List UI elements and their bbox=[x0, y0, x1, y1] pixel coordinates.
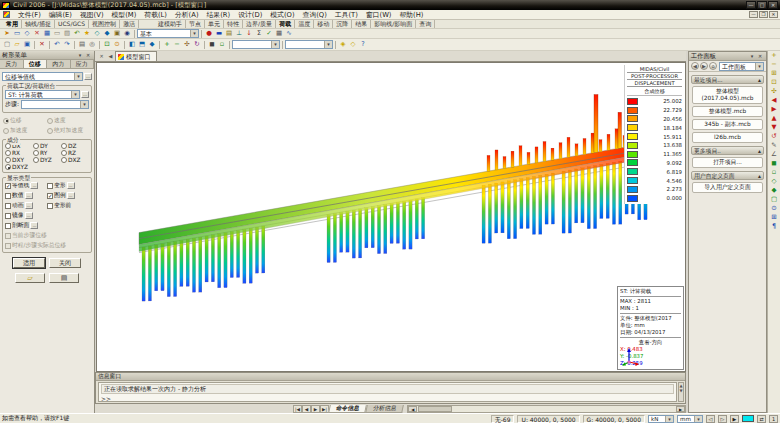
ribbon-tab-移动[interactable]: 移动 bbox=[314, 20, 333, 28]
pin-icon[interactable]: ▾ bbox=[76, 51, 84, 59]
node-snap-icon[interactable]: ● bbox=[204, 29, 214, 38]
project-item[interactable]: 导入用户定义页面 bbox=[692, 182, 763, 193]
view-right-icon[interactable]: ▶ bbox=[769, 105, 779, 114]
material-combo[interactable]: 基本 bbox=[137, 29, 199, 38]
ribbon-tab-结果[interactable]: 结果 bbox=[352, 20, 371, 28]
print-icon[interactable]: ▤ bbox=[77, 40, 87, 49]
zoom-in-icon[interactable]: + bbox=[769, 51, 779, 60]
ribbon-tab-特性[interactable]: 特性 bbox=[224, 20, 243, 28]
mesh-icon[interactable]: ▦ bbox=[274, 29, 284, 38]
hidden-view-icon[interactable]: ◼ bbox=[769, 159, 779, 168]
pan-icon[interactable]: ✣ bbox=[769, 87, 779, 96]
step-combo[interactable] bbox=[21, 100, 89, 109]
rotate-icon[interactable]: ↻ bbox=[192, 40, 202, 49]
menu-item-7[interactable]: 设计(D) bbox=[234, 10, 266, 20]
section-header[interactable]: 更多项目..▴ bbox=[691, 146, 764, 155]
menu-item-11[interactable]: 窗口(W) bbox=[362, 10, 396, 20]
label-icon[interactable]: ¶ bbox=[769, 222, 779, 231]
menu-item-12[interactable]: 帮助(H) bbox=[396, 10, 428, 20]
display-more-button[interactable]: … bbox=[30, 182, 38, 189]
render-view-icon[interactable]: ◆ bbox=[769, 186, 779, 195]
open-folder-icon[interactable]: ▱ bbox=[15, 273, 45, 283]
boundary-icon[interactable]: ⊥ bbox=[234, 29, 244, 38]
menu-item-6[interactable]: 结果(R) bbox=[203, 10, 235, 20]
select-all-icon[interactable]: ▦ bbox=[42, 29, 52, 38]
zoom-step-icon[interactable]: 1 bbox=[769, 415, 778, 423]
lock-icon[interactable]: ◈ bbox=[338, 40, 348, 49]
hscroll-thumb[interactable] bbox=[418, 406, 452, 412]
component-radio-DYZ[interactable]: DYZ bbox=[33, 157, 61, 163]
ribbon-tab-影响线/影响面[interactable]: 影响线/影响面 bbox=[371, 20, 416, 28]
display-option-动画[interactable]: 动画… bbox=[5, 201, 47, 210]
select-polygon-icon[interactable]: ◇ bbox=[22, 29, 32, 38]
section-header[interactable]: 最近项目...▴ bbox=[691, 75, 764, 84]
component-radio-DXZ[interactable]: DXZ bbox=[61, 157, 89, 163]
view-left-icon[interactable]: ◀ bbox=[769, 96, 779, 105]
view-top-icon[interactable]: ⬒ bbox=[137, 40, 147, 49]
zoom-out-icon[interactable]: − bbox=[769, 60, 779, 69]
help-icon[interactable]: ? bbox=[358, 40, 368, 49]
select-identity-icon[interactable]: ⊙ bbox=[112, 40, 122, 49]
new-file-icon[interactable]: ▢ bbox=[2, 40, 12, 49]
menu-item-10[interactable]: 工具(T) bbox=[331, 10, 362, 20]
perspective-icon[interactable]: ◇ bbox=[769, 177, 779, 186]
message-tab-命令信息[interactable]: 命令信息 bbox=[328, 405, 367, 413]
collapse-icon[interactable]: ▴ bbox=[758, 76, 761, 83]
component-radio-DZ[interactable]: DZ bbox=[61, 143, 89, 149]
radio-加速度[interactable]: 加速度 bbox=[3, 126, 47, 135]
unit-play-icon[interactable]: ▶ bbox=[730, 415, 739, 423]
zoom-fit-icon[interactable]: ⊡ bbox=[102, 40, 112, 49]
ribbon-tab-温度[interactable]: 温度 bbox=[295, 20, 314, 28]
result-tab-反力[interactable]: 反力 bbox=[0, 60, 24, 68]
load-arrow-icon[interactable]: ↓ bbox=[244, 29, 254, 38]
contour-more-button[interactable]: … bbox=[84, 73, 92, 80]
unselect-all-icon[interactable]: ▨ bbox=[62, 29, 72, 38]
project-item[interactable]: 345b - 副本.mcb bbox=[692, 119, 763, 130]
component-radio-RZ[interactable]: RZ bbox=[61, 150, 89, 156]
ribbon-tab-单元[interactable]: 单元 bbox=[205, 20, 224, 28]
component-radio-DY[interactable]: DY bbox=[33, 143, 61, 149]
maximize-button[interactable]: □ bbox=[757, 1, 767, 9]
tab-prev-icon[interactable]: ◀ bbox=[302, 405, 311, 413]
hidden-view-icon[interactable]: ◼ bbox=[207, 40, 217, 49]
close-button[interactable]: 关闭 bbox=[49, 258, 81, 268]
result-contour-combo[interactable]: 位移等值线 bbox=[2, 72, 83, 81]
display-option-数值[interactable]: 数值… bbox=[5, 191, 47, 200]
display-option-剖断面[interactable]: 剖断面… bbox=[5, 221, 47, 230]
pan-icon[interactable]: ✣ bbox=[182, 40, 192, 49]
mdi-restore-button[interactable]: ❐ bbox=[759, 11, 768, 18]
project-item[interactable]: l26b.mcb bbox=[692, 132, 763, 143]
delete-icon[interactable]: ✕ bbox=[37, 40, 47, 49]
component-radio-DXY[interactable]: DXY bbox=[5, 157, 33, 163]
ribbon-tab-视图控制[interactable]: 视图控制 bbox=[89, 20, 120, 28]
message-scrollbar[interactable]: ▲▼ bbox=[678, 382, 684, 402]
view-front-icon[interactable]: ◧ bbox=[127, 40, 137, 49]
project-item[interactable]: 整体模型(2017.04.05).mcb bbox=[692, 86, 763, 104]
select-plane-icon[interactable]: ◇ bbox=[92, 29, 102, 38]
tab-close-icon[interactable]: ✕ bbox=[97, 52, 106, 61]
zoom-fit-icon[interactable]: ⊡ bbox=[769, 78, 779, 87]
pen-icon[interactable]: ✎ bbox=[769, 141, 779, 150]
color-swatch[interactable] bbox=[742, 415, 754, 422]
zoom-window-icon[interactable]: ⊞ bbox=[769, 69, 779, 78]
minimize-button[interactable]: — bbox=[746, 1, 756, 9]
radio-位移[interactable]: 位移 bbox=[3, 116, 47, 125]
menu-item-1[interactable]: 编辑(E) bbox=[45, 10, 76, 20]
result-tab-应力[interactable]: 应力 bbox=[71, 60, 95, 68]
save-icon[interactable]: ▣ bbox=[22, 40, 32, 49]
collapse-icon[interactable]: ▴ bbox=[758, 147, 761, 154]
print-icon[interactable]: ▤ bbox=[49, 273, 79, 283]
select-arrow-icon[interactable]: ➤ bbox=[2, 29, 12, 38]
ribbon-tab-查询[interactable]: 查询 bbox=[416, 20, 435, 28]
select-window-icon[interactable]: ▭ bbox=[12, 29, 22, 38]
component-radio-DXYZ[interactable]: DXYZ bbox=[5, 164, 33, 170]
unlock-icon[interactable]: ◇ bbox=[348, 40, 358, 49]
ribbon-tab-沉降[interactable]: 沉降 bbox=[333, 20, 352, 28]
project-item[interactable]: 整体模型.mcb bbox=[692, 106, 763, 117]
undo-icon[interactable]: ↶ bbox=[52, 40, 62, 49]
model-canvas[interactable]: MIDAS/CivilPOST-PROCESSORDISPLACEMENT 合成… bbox=[96, 62, 686, 372]
section-header[interactable]: 用户自定义页面▴ bbox=[691, 171, 764, 180]
named-plane-combo[interactable] bbox=[232, 40, 280, 49]
load-case-combo[interactable]: ST: 计算荷载 bbox=[5, 90, 80, 99]
ribbon-tab-常用[interactable]: 常用 bbox=[3, 20, 22, 28]
